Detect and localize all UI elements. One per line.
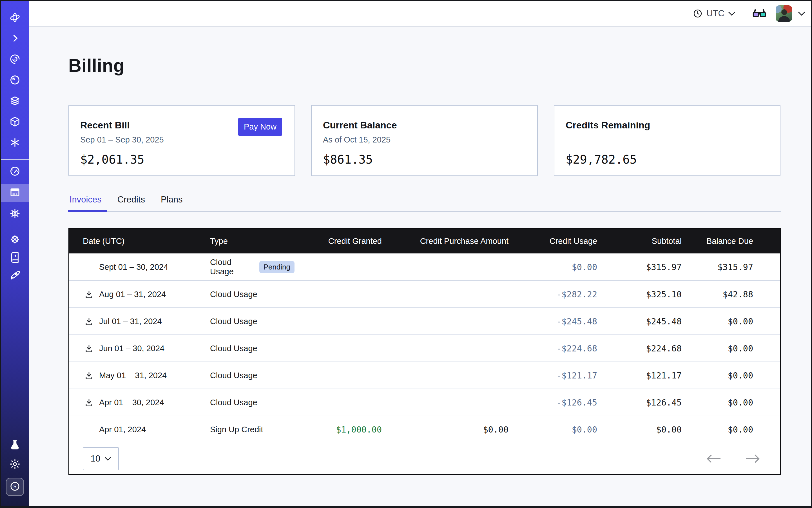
table-body: Sept 01 – 30, 2024 Cloud Usage Pending $… — [69, 253, 780, 443]
sidebar-item-containers[interactable] — [1, 116, 29, 128]
invoice-date: Apr 01 – 30, 2024 — [99, 398, 164, 407]
user-avatar[interactable] — [776, 5, 792, 22]
invoice-type: Cloud Usage — [210, 258, 254, 276]
credit-usage-value: -$282.22 — [509, 290, 597, 299]
timezone-label: UTC — [707, 8, 724, 18]
layers-icon — [9, 95, 21, 108]
subtotal-value: $245.48 — [597, 316, 682, 326]
recent-bill-card: Recent Bill Sep 01 – Sep 30, 2025 $2,061… — [69, 105, 295, 176]
tab-credits[interactable]: Credits — [116, 195, 146, 211]
download-invoice-icon[interactable] — [84, 290, 93, 299]
download-invoice-icon[interactable] — [84, 317, 93, 326]
table-row[interactable]: Jun 01 – 30, 2024 Cloud Usage -$224.68 $… — [69, 335, 780, 362]
column-header-type: Type — [210, 237, 295, 246]
balance-due-value: $0.00 — [682, 397, 753, 408]
table-row[interactable]: Sept 01 – 30, 2024 Cloud Usage Pending $… — [69, 253, 780, 281]
invoice-type: Cloud Usage — [210, 290, 257, 299]
sidebar-divider — [1, 227, 29, 227]
spiral-observe-icon — [9, 53, 21, 66]
sidebar-item-launch[interactable] — [1, 270, 29, 282]
card-subtitle — [566, 135, 769, 145]
column-header-credit-usage: Credit Usage — [509, 237, 597, 246]
chevron-right-icon — [9, 32, 21, 45]
card-title: Current Balance — [323, 120, 526, 131]
chevron-down-icon — [728, 11, 735, 16]
sidebar-item-dashboard[interactable] — [1, 166, 29, 178]
sidebar-item-services[interactable] — [1, 137, 29, 149]
table-row[interactable]: May 01 – 31, 2024 Cloud Usage -$121.17 $… — [69, 362, 780, 389]
invoice-type: Cloud Usage — [210, 344, 257, 353]
billing-card-icon — [9, 186, 21, 199]
sidebar-item-settings[interactable] — [1, 208, 29, 220]
sidebar-item-billing[interactable] — [1, 184, 29, 202]
subtotal-value: $126.45 — [597, 397, 682, 408]
credits-button[interactable]: $ — [6, 478, 24, 496]
cube-icon — [9, 116, 21, 129]
credits-remaining-amount: $29,782.65 — [566, 153, 769, 166]
invoice-date: Sept 01 – 30, 2024 — [99, 262, 168, 272]
sun-icon — [9, 458, 21, 471]
column-header-date: Date (UTC) — [83, 237, 210, 246]
3d-glasses-button[interactable] — [752, 7, 767, 20]
invoice-date: Apr 01, 2024 — [99, 425, 146, 434]
pay-now-button[interactable]: Pay Now — [238, 118, 282, 136]
sidebar-divider — [1, 159, 29, 160]
download-invoice-icon[interactable] — [84, 398, 93, 407]
theme-toggle[interactable] — [1, 459, 29, 471]
next-page-button[interactable] — [745, 455, 760, 463]
subtotal-value: $325.10 — [597, 290, 682, 299]
table-footer: 10 — [69, 443, 780, 474]
previous-page-button[interactable] — [707, 455, 721, 463]
orbit-logo-icon — [9, 11, 21, 25]
timezone-selector[interactable]: UTC — [693, 8, 735, 18]
credit-usage-value: -$126.45 — [509, 397, 597, 408]
account-menu-chevron-icon[interactable] — [798, 11, 805, 16]
credit-usage-value: -$121.17 — [509, 371, 597, 380]
asterisk-icon — [9, 136, 21, 150]
sidebar-expand-button[interactable] — [1, 33, 29, 45]
recent-bill-amount: $2,061.35 — [80, 153, 283, 166]
sidebar: $ — [1, 1, 29, 506]
avatar-photo — [776, 5, 792, 22]
sidebar-item-docs[interactable] — [1, 252, 29, 264]
app-logo[interactable] — [1, 12, 29, 24]
billing-tabs: Invoices Credits Plans — [69, 195, 781, 212]
invoice-date: Jun 01 – 30, 2024 — [99, 344, 164, 353]
clock-icon — [693, 9, 702, 18]
app-window: $ UTC — [0, 0, 812, 508]
download-invoice-icon[interactable] — [84, 371, 93, 380]
balance-due-value: $0.00 — [682, 316, 753, 326]
column-header-credit-granted: Credit Granted — [295, 237, 382, 246]
table-header: Date (UTC) Type Credit Granted Credit Pu… — [69, 229, 780, 253]
table-row[interactable]: Apr 01 – 30, 2024 Cloud Usage -$126.45 $… — [69, 389, 780, 416]
3d-glasses-icon — [752, 7, 767, 20]
column-header-subtotal: Subtotal — [597, 237, 682, 246]
sidebar-item-fleet[interactable] — [1, 234, 29, 246]
download-invoice-icon[interactable] — [84, 344, 93, 353]
sidebar-item-labs[interactable] — [1, 439, 29, 452]
sidebar-item-layers[interactable] — [1, 95, 29, 107]
credit-purchase-value: $0.00 — [382, 425, 509, 434]
invoice-type: Sign Up Credit — [210, 425, 263, 434]
current-balance-amount: $861.35 — [323, 153, 526, 166]
tab-plans[interactable]: Plans — [160, 195, 184, 211]
rocket-icon — [9, 269, 21, 283]
page-size-select[interactable]: 10 — [83, 447, 119, 470]
topbar: UTC — [29, 1, 811, 27]
invoice-date: May 01 – 31, 2024 — [99, 371, 167, 380]
tab-invoices[interactable]: Invoices — [69, 195, 103, 211]
table-row[interactable]: Apr 01, 2024 Sign Up Credit $1,000.00 $0… — [69, 416, 780, 443]
summary-cards: Recent Bill Sep 01 – Sep 30, 2025 $2,061… — [69, 105, 781, 176]
invoices-table: Date (UTC) Type Credit Granted Credit Pu… — [69, 228, 781, 475]
credit-usage-value: -$245.48 — [509, 316, 597, 326]
status-badge: Pending — [259, 261, 295, 273]
sidebar-item-timer[interactable] — [1, 75, 29, 86]
table-row[interactable]: Aug 01 – 31, 2024 Cloud Usage -$282.22 $… — [69, 281, 780, 307]
balance-due-value: $315.97 — [682, 262, 753, 272]
table-row[interactable]: Jul 01 – 31, 2024 Cloud Usage -$245.48 $… — [69, 307, 780, 335]
invoice-date: Jul 01 – 31, 2024 — [99, 317, 162, 326]
sidebar-item-observe[interactable] — [1, 54, 29, 66]
card-subtitle: As of Oct 15, 2025 — [323, 135, 526, 145]
subtotal-value: $121.17 — [597, 371, 682, 380]
card-subtitle: Sep 01 – Sep 30, 2025 — [80, 135, 283, 145]
